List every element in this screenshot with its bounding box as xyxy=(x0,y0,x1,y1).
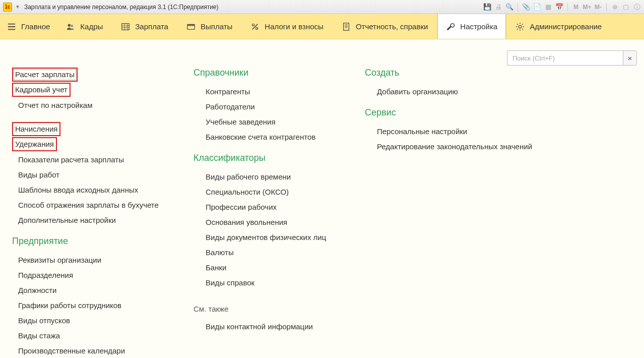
svg-rect-7 xyxy=(343,23,349,30)
link-kadrovy-uchet[interactable]: Кадровый учет xyxy=(12,83,71,97)
section-klassifikatory: Классификаторы xyxy=(194,153,345,163)
memory-mminus-icon[interactable]: M- xyxy=(594,4,602,11)
panel-icon[interactable]: ▢ xyxy=(622,3,630,11)
link-bank-scheta[interactable]: Банковские счета контрагентов xyxy=(194,130,315,145)
link-vidy-spravok[interactable]: Виды справок xyxy=(194,275,254,290)
svg-rect-2 xyxy=(122,23,129,30)
copy-icon[interactable]: 📄 xyxy=(533,3,541,11)
people-icon xyxy=(66,22,75,31)
section-spravochniki: Справочники xyxy=(194,68,345,78)
link-shablony[interactable]: Шаблоны ввода исходных данных xyxy=(12,183,138,198)
link-redakt-zakon[interactable]: Редактирование законодательных значений xyxy=(365,139,532,154)
calc-icon[interactable]: ▦ xyxy=(544,3,552,11)
nav-admin[interactable]: Администрирование xyxy=(506,14,611,39)
main-navigation: Главное Кадры Зарплата Выплаты Налоги и … xyxy=(0,14,644,39)
nav-label: Выплаты xyxy=(201,22,232,31)
link-sposob-otrazheniya[interactable]: Способ отражения зарплаты в бухучете xyxy=(12,198,159,213)
window-title: Зарплата и управление персоналом, редакц… xyxy=(24,4,483,11)
link-grafiki[interactable]: Графики работы сотрудников xyxy=(12,298,121,313)
link-dop-nastroyki[interactable]: Дополнительные настройки xyxy=(12,213,116,228)
content-area: × Расчет зарплаты Кадровый учет Отчет по… xyxy=(0,39,644,358)
link-nachisleniya[interactable]: Начисления xyxy=(12,122,60,136)
svg-point-0 xyxy=(68,24,71,26)
calendar-icon[interactable]: 📅 xyxy=(555,3,563,11)
link-vidy-stazha[interactable]: Виды стажа xyxy=(12,328,60,343)
link-podrazdeleniya[interactable]: Подразделения xyxy=(12,268,73,283)
svg-point-5 xyxy=(252,24,254,26)
nav-label: Отчетность, справки xyxy=(356,22,428,31)
link-raschet-zarplaty[interactable]: Расчет зарплаты xyxy=(12,68,78,82)
wallet-icon xyxy=(186,22,196,31)
see-also-label: См. также xyxy=(194,305,345,313)
nav-nastroyka[interactable]: Настройка xyxy=(437,14,506,39)
gear-icon xyxy=(516,22,525,31)
nav-vyplaty[interactable]: Выплаты xyxy=(177,14,241,39)
nav-label: Администрирование xyxy=(530,22,602,31)
titlebar-toolbar: 💾 🖨 🔍 📎 📄 ▦ 📅 M M+ M- ⊕ ▢ ⓘ xyxy=(483,3,641,12)
svg-point-6 xyxy=(256,27,258,29)
link-pokazateli[interactable]: Показатели расчета зарплаты xyxy=(12,152,124,167)
link-vidy-rabot[interactable]: Виды работ xyxy=(12,167,59,183)
hamburger-icon xyxy=(7,22,16,31)
separator xyxy=(606,3,607,11)
link-uderzhaniya[interactable]: Удержания xyxy=(12,137,57,151)
search-clear-button[interactable]: × xyxy=(623,50,637,66)
help-icon[interactable]: ⓘ xyxy=(633,3,641,12)
nav-kadry[interactable]: Кадры xyxy=(57,14,112,39)
link-personal-nastroyki[interactable]: Персональные настройки xyxy=(365,124,467,139)
preview-icon[interactable]: 🔍 xyxy=(505,3,513,11)
link-ucheb-zavedeniya[interactable]: Учебные заведения xyxy=(194,114,276,130)
separator xyxy=(567,3,568,11)
save-icon[interactable]: 💾 xyxy=(483,3,491,11)
print-icon[interactable]: 🖨 xyxy=(494,3,502,11)
link-banki[interactable]: Банки xyxy=(194,260,226,275)
nav-zarplata[interactable]: Зарплата xyxy=(112,14,177,39)
link-vidy-rab-vremeni[interactable]: Виды рабочего времени xyxy=(194,169,291,185)
svg-point-1 xyxy=(71,24,74,27)
attach-icon[interactable]: 📎 xyxy=(522,3,530,11)
nav-label: Налоги и взносы xyxy=(265,22,324,31)
window-titlebar: 1c ▼ Зарплата и управление персоналом, р… xyxy=(0,0,644,14)
table-icon xyxy=(121,22,130,31)
nav-otchetnost[interactable]: Отчетность, справки xyxy=(333,14,437,39)
dropdown-icon[interactable]: ▼ xyxy=(15,4,20,10)
section-servis: Сервис xyxy=(365,107,546,118)
link-professii[interactable]: Профессии рабочих xyxy=(194,200,277,215)
svg-point-8 xyxy=(519,25,521,28)
memory-m-icon[interactable]: M xyxy=(572,4,580,11)
link-rekvizity-org[interactable]: Реквизиты организации xyxy=(12,253,101,268)
column-left: Расчет зарплаты Кадровый учет Отчет по н… xyxy=(12,68,173,358)
app-logo-1c-icon: 1c xyxy=(3,3,12,12)
link-dobavit-org[interactable]: Добавить организацию xyxy=(365,84,458,99)
column-right: Создать Добавить организацию Сервис Перс… xyxy=(365,68,546,358)
report-icon xyxy=(342,22,351,31)
link-valyuty[interactable]: Валюты xyxy=(194,245,234,260)
menu-button[interactable]: Главное xyxy=(0,14,57,39)
link-proizv-kalendari[interactable]: Производственные календари xyxy=(12,343,125,358)
percent-icon xyxy=(250,22,260,31)
link-vidy-kontakt-info[interactable]: Виды контактной информации xyxy=(194,319,313,334)
section-sozdat: Создать xyxy=(365,68,546,78)
search-box: × xyxy=(507,50,637,66)
link-vidy-otpuskov[interactable]: Виды отпусков xyxy=(12,313,70,328)
wrench-icon xyxy=(446,22,455,31)
link-rabotodateli[interactable]: Работодатели xyxy=(194,99,255,114)
link-vidy-dok-fizlic[interactable]: Виды документов физических лиц xyxy=(194,230,326,245)
link-kontragenty[interactable]: Контрагенты xyxy=(194,84,250,99)
nav-label: Настройка xyxy=(460,22,497,31)
nav-label: Кадры xyxy=(80,22,103,31)
nav-label: Главное xyxy=(21,22,50,31)
separator xyxy=(518,3,518,11)
link-otchet-po-nastroykam[interactable]: Отчет по настройкам xyxy=(12,98,92,113)
memory-mplus-icon[interactable]: M+ xyxy=(583,4,591,11)
section-predpriyatie: Предприятие xyxy=(12,236,173,247)
link-specialnosti[interactable]: Специальности (ОКСО) xyxy=(194,185,289,200)
nav-label: Зарплата xyxy=(135,22,168,31)
link-dolzhnosti[interactable]: Должности xyxy=(12,283,57,298)
zoom-in-icon[interactable]: ⊕ xyxy=(611,3,619,11)
svg-rect-4 xyxy=(187,24,195,26)
column-middle: Справочники Контрагенты Работодатели Уче… xyxy=(194,68,345,358)
link-osnovaniya-uvoln[interactable]: Основания увольнения xyxy=(194,215,287,230)
search-input[interactable] xyxy=(507,50,623,66)
nav-nalogi[interactable]: Налоги и взносы xyxy=(241,14,333,39)
